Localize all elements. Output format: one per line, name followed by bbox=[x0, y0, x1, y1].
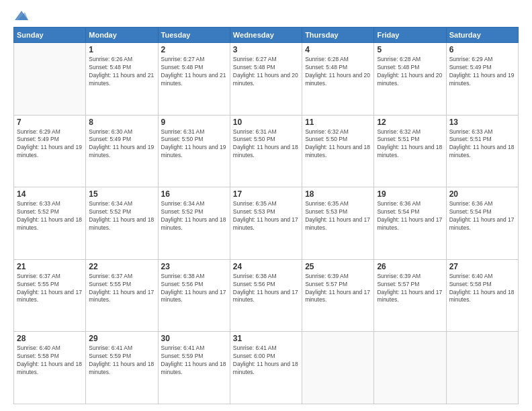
calendar-week-row: 21 Sunrise: 6:37 AMSunset: 5:55 PMDaylig… bbox=[14, 259, 519, 332]
day-number: 5 bbox=[377, 45, 443, 54]
logo bbox=[13, 12, 28, 21]
day-number: 30 bbox=[161, 334, 227, 343]
day-number: 19 bbox=[377, 189, 443, 199]
day-info: Sunrise: 6:32 AMSunset: 5:50 PMDaylight:… bbox=[305, 128, 370, 159]
day-number: 23 bbox=[161, 262, 227, 271]
logo-icon bbox=[15, 11, 28, 21]
day-info: Sunrise: 6:36 AMSunset: 5:54 PMDaylight:… bbox=[377, 200, 442, 231]
day-number: 21 bbox=[17, 262, 83, 271]
calendar-cell: 2 Sunrise: 6:27 AMSunset: 5:48 PMDayligh… bbox=[158, 43, 230, 116]
day-number: 17 bbox=[233, 189, 299, 199]
day-info: Sunrise: 6:38 AMSunset: 5:56 PMDaylight:… bbox=[233, 273, 298, 304]
calendar-cell: 12 Sunrise: 6:32 AMSunset: 5:51 PMDaylig… bbox=[374, 115, 446, 187]
day-info: Sunrise: 6:34 AMSunset: 5:52 PMDaylight:… bbox=[89, 200, 154, 231]
day-info: Sunrise: 6:40 AMSunset: 5:58 PMDaylight:… bbox=[449, 273, 515, 304]
page: SundayMondayTuesdayWednesdayThursdayFrid… bbox=[0, 0, 532, 411]
day-number: 7 bbox=[17, 118, 83, 127]
calendar-header-sunday: Sunday bbox=[14, 28, 86, 43]
calendar-cell bbox=[302, 332, 374, 404]
calendar-cell: 11 Sunrise: 6:32 AMSunset: 5:50 PMDaylig… bbox=[302, 115, 374, 187]
day-info: Sunrise: 6:29 AMSunset: 5:49 PMDaylight:… bbox=[449, 56, 515, 87]
day-info: Sunrise: 6:39 AMSunset: 5:57 PMDaylight:… bbox=[377, 273, 442, 304]
day-number: 9 bbox=[161, 118, 227, 127]
day-number: 6 bbox=[449, 45, 515, 54]
day-number: 18 bbox=[305, 189, 371, 199]
day-info: Sunrise: 6:28 AMSunset: 5:48 PMDaylight:… bbox=[305, 56, 370, 87]
day-info: Sunrise: 6:31 AMSunset: 5:50 PMDaylight:… bbox=[233, 128, 298, 159]
day-number: 24 bbox=[233, 262, 299, 271]
calendar-cell: 16 Sunrise: 6:34 AMSunset: 5:52 PMDaylig… bbox=[158, 187, 230, 260]
calendar-week-row: 28 Sunrise: 6:40 AMSunset: 5:58 PMDaylig… bbox=[14, 332, 519, 404]
calendar-cell: 8 Sunrise: 6:30 AMSunset: 5:49 PMDayligh… bbox=[86, 115, 158, 187]
day-info: Sunrise: 6:37 AMSunset: 5:55 PMDaylight:… bbox=[89, 273, 154, 304]
calendar-cell: 21 Sunrise: 6:37 AMSunset: 5:55 PMDaylig… bbox=[14, 259, 86, 332]
calendar-cell: 28 Sunrise: 6:40 AMSunset: 5:58 PMDaylig… bbox=[14, 332, 86, 404]
calendar-cell: 7 Sunrise: 6:29 AMSunset: 5:49 PMDayligh… bbox=[14, 115, 86, 187]
day-info: Sunrise: 6:41 AMSunset: 6:00 PMDaylight:… bbox=[233, 345, 298, 375]
day-info: Sunrise: 6:33 AMSunset: 5:51 PMDaylight:… bbox=[449, 128, 515, 159]
day-number: 12 bbox=[377, 118, 443, 127]
day-number: 4 bbox=[305, 45, 371, 54]
calendar-table: SundayMondayTuesdayWednesdayThursdayFrid… bbox=[13, 27, 519, 404]
calendar-cell: 10 Sunrise: 6:31 AMSunset: 5:50 PMDaylig… bbox=[230, 115, 302, 187]
calendar-header-saturday: Saturday bbox=[446, 28, 518, 43]
calendar-cell: 20 Sunrise: 6:36 AMSunset: 5:54 PMDaylig… bbox=[446, 187, 518, 260]
calendar-cell: 14 Sunrise: 6:33 AMSunset: 5:52 PMDaylig… bbox=[14, 187, 86, 260]
day-number: 14 bbox=[17, 189, 83, 199]
calendar-cell: 25 Sunrise: 6:39 AMSunset: 5:57 PMDaylig… bbox=[302, 259, 374, 332]
day-number: 29 bbox=[89, 334, 154, 343]
calendar-header-monday: Monday bbox=[86, 28, 158, 43]
day-info: Sunrise: 6:36 AMSunset: 5:54 PMDaylight:… bbox=[449, 200, 515, 231]
calendar-cell: 4 Sunrise: 6:28 AMSunset: 5:48 PMDayligh… bbox=[302, 43, 374, 116]
day-info: Sunrise: 6:32 AMSunset: 5:51 PMDaylight:… bbox=[377, 128, 442, 159]
calendar-cell: 17 Sunrise: 6:35 AMSunset: 5:53 PMDaylig… bbox=[230, 187, 302, 260]
calendar-header-wednesday: Wednesday bbox=[230, 28, 302, 43]
day-number: 27 bbox=[449, 262, 515, 271]
day-info: Sunrise: 6:40 AMSunset: 5:58 PMDaylight:… bbox=[17, 345, 82, 375]
calendar-cell: 26 Sunrise: 6:39 AMSunset: 5:57 PMDaylig… bbox=[374, 259, 446, 332]
calendar-cell bbox=[374, 332, 446, 404]
day-number: 16 bbox=[161, 189, 227, 199]
day-number: 20 bbox=[449, 189, 515, 199]
day-info: Sunrise: 6:34 AMSunset: 5:52 PMDaylight:… bbox=[161, 200, 226, 231]
calendar-cell bbox=[446, 332, 518, 404]
day-number: 28 bbox=[17, 334, 83, 343]
day-info: Sunrise: 6:37 AMSunset: 5:55 PMDaylight:… bbox=[17, 273, 82, 304]
calendar-cell: 6 Sunrise: 6:29 AMSunset: 5:49 PMDayligh… bbox=[446, 43, 518, 116]
calendar-cell: 15 Sunrise: 6:34 AMSunset: 5:52 PMDaylig… bbox=[86, 187, 158, 260]
header-row: SundayMondayTuesdayWednesdayThursdayFrid… bbox=[14, 28, 519, 43]
calendar-header-friday: Friday bbox=[374, 28, 446, 43]
day-info: Sunrise: 6:30 AMSunset: 5:49 PMDaylight:… bbox=[89, 128, 154, 159]
calendar-week-row: 14 Sunrise: 6:33 AMSunset: 5:52 PMDaylig… bbox=[14, 187, 519, 260]
day-number: 25 bbox=[305, 262, 371, 271]
calendar-cell: 19 Sunrise: 6:36 AMSunset: 5:54 PMDaylig… bbox=[374, 187, 446, 260]
day-number: 2 bbox=[161, 45, 227, 54]
day-info: Sunrise: 6:27 AMSunset: 5:48 PMDaylight:… bbox=[161, 56, 226, 87]
day-info: Sunrise: 6:35 AMSunset: 5:53 PMDaylight:… bbox=[233, 200, 298, 231]
day-number: 11 bbox=[305, 118, 371, 127]
calendar-cell bbox=[14, 43, 86, 116]
day-number: 10 bbox=[233, 118, 299, 127]
calendar-cell: 5 Sunrise: 6:28 AMSunset: 5:48 PMDayligh… bbox=[374, 43, 446, 116]
day-info: Sunrise: 6:41 AMSunset: 5:59 PMDaylight:… bbox=[161, 345, 226, 375]
calendar-cell: 22 Sunrise: 6:37 AMSunset: 5:55 PMDaylig… bbox=[86, 259, 158, 332]
calendar-header-tuesday: Tuesday bbox=[158, 28, 230, 43]
day-info: Sunrise: 6:27 AMSunset: 5:48 PMDaylight:… bbox=[233, 56, 298, 87]
calendar-cell: 18 Sunrise: 6:35 AMSunset: 5:53 PMDaylig… bbox=[302, 187, 374, 260]
day-info: Sunrise: 6:33 AMSunset: 5:52 PMDaylight:… bbox=[17, 200, 82, 231]
day-number: 26 bbox=[377, 262, 443, 271]
calendar-cell: 29 Sunrise: 6:41 AMSunset: 5:59 PMDaylig… bbox=[86, 332, 158, 404]
day-number: 15 bbox=[89, 189, 154, 199]
calendar-cell: 30 Sunrise: 6:41 AMSunset: 5:59 PMDaylig… bbox=[158, 332, 230, 404]
day-info: Sunrise: 6:31 AMSunset: 5:50 PMDaylight:… bbox=[161, 128, 226, 159]
day-number: 31 bbox=[233, 334, 299, 343]
day-info: Sunrise: 6:38 AMSunset: 5:56 PMDaylight:… bbox=[161, 273, 226, 304]
day-info: Sunrise: 6:39 AMSunset: 5:57 PMDaylight:… bbox=[305, 273, 370, 304]
calendar-week-row: 7 Sunrise: 6:29 AMSunset: 5:49 PMDayligh… bbox=[14, 115, 519, 187]
calendar-cell: 13 Sunrise: 6:33 AMSunset: 5:51 PMDaylig… bbox=[446, 115, 518, 187]
day-number: 3 bbox=[233, 45, 299, 54]
day-info: Sunrise: 6:29 AMSunset: 5:49 PMDaylight:… bbox=[17, 128, 82, 159]
day-number: 13 bbox=[449, 118, 515, 127]
calendar-cell: 23 Sunrise: 6:38 AMSunset: 5:56 PMDaylig… bbox=[158, 259, 230, 332]
calendar-cell: 3 Sunrise: 6:27 AMSunset: 5:48 PMDayligh… bbox=[230, 43, 302, 116]
